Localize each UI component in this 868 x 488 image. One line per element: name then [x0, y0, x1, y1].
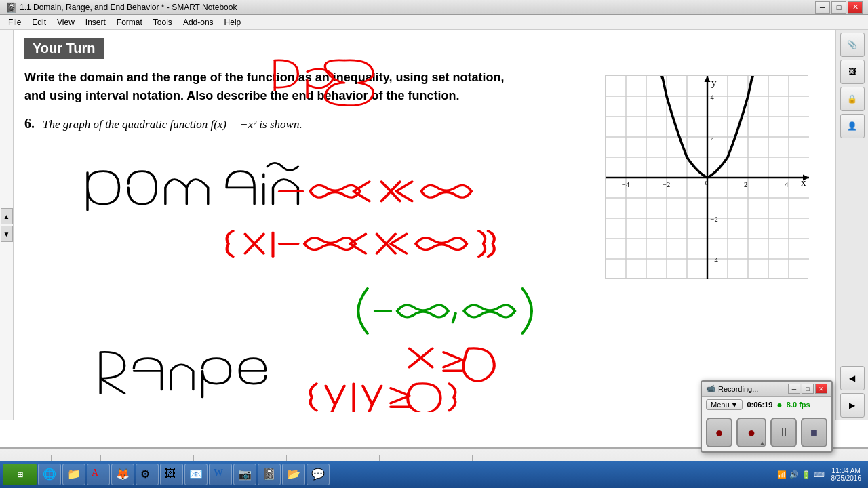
coordinate-graph: x y 4 2 −2 −4 −4 −2 2 4 0: [606, 76, 809, 279]
panel-btn-collapse[interactable]: ▶: [840, 393, 865, 418]
recording-controls-bar: Menu ▼ 0:06:19 ● 8.0 fps: [702, 396, 831, 413]
svg-text:−4: −4: [711, 256, 719, 264]
taskbar-skype[interactable]: 💬: [307, 464, 330, 485]
svg-text:2: 2: [744, 181, 747, 188]
menu-bar: File Edit View Insert Format Tools Add-o…: [0, 15, 868, 30]
record-button-with-arrow[interactable]: ● ▲: [736, 418, 766, 447]
gallery-icon: 🖼: [165, 468, 178, 481]
recording-title: Recording...: [718, 385, 758, 393]
recording-panel: 📹 Recording... ─ □ ✕ Menu ▼ 0:06:19 ● 8.…: [701, 380, 833, 453]
taskbar-gallery[interactable]: 🖼: [160, 464, 183, 485]
recording-fps: 8.0 fps: [787, 401, 810, 409]
maximize-button[interactable]: □: [831, 1, 846, 14]
taskbar: ⊞ 🌐 📁 A 🦊 ⚙ 🖼 📧 W 📷 📓 📂 💬 📶 🔊 🔋 ⌨: [0, 461, 868, 488]
start-button[interactable]: ⊞: [3, 464, 37, 485]
title-bar-left: 📓 1.1 Domain, Range, and End Behavior * …: [5, 2, 237, 13]
network-icon: 📶: [777, 470, 787, 479]
ie-icon: 🌐: [43, 468, 56, 481]
minimize-button[interactable]: ─: [815, 1, 830, 14]
clock-time: 11:34 AM: [832, 467, 861, 474]
clock-date: 8/25/2016: [831, 474, 862, 482]
battery-icon: 🔋: [802, 470, 811, 479]
svg-text:y: y: [711, 77, 717, 88]
window-controls[interactable]: ─ □ ✕: [815, 1, 863, 14]
word-icon: W: [214, 468, 227, 481]
chrome-icon: ⚙: [140, 468, 154, 481]
content-area: Your Turn Write the domain and the range…: [24, 38, 822, 412]
recording-icon: 📹: [706, 384, 715, 393]
svg-text:4: 4: [785, 181, 789, 188]
taskbar-acrobat[interactable]: A: [87, 464, 110, 485]
outlook-icon: 📧: [189, 468, 203, 481]
panel-btn-4[interactable]: 👤: [840, 114, 865, 138]
app-icon: 📓: [5, 2, 17, 13]
notebook-icon: 📓: [262, 468, 276, 481]
recording-menu-btn[interactable]: Menu ▼: [706, 399, 743, 410]
skype-icon: 💬: [311, 468, 325, 481]
svg-text:0: 0: [705, 180, 708, 186]
taskbar-right: 📶 🔊 🔋 ⌨ 11:34 AM 8/25/2016: [777, 467, 866, 482]
problem-text: The graph of the quadratic function f(x)…: [43, 118, 302, 131]
taskbar-chrome[interactable]: ⚙: [136, 464, 159, 485]
input-icon: ⌨: [814, 470, 825, 479]
menu-format[interactable]: Format: [111, 16, 148, 28]
prev-page-arrow[interactable]: ▲: [1, 208, 13, 224]
explorer-icon: 📁: [67, 468, 81, 481]
menu-insert[interactable]: Insert: [80, 16, 111, 28]
menu-edit[interactable]: Edit: [26, 16, 52, 28]
menu-help[interactable]: Help: [219, 16, 247, 28]
record-button[interactable]: ●: [706, 418, 732, 447]
menu-dropdown-icon: ▼: [731, 401, 738, 409]
menu-file[interactable]: File: [3, 16, 26, 28]
rec-minimize[interactable]: ─: [788, 384, 800, 394]
pause-button[interactable]: ⏸: [770, 418, 797, 447]
svg-text:−2: −2: [711, 216, 718, 223]
camera-taskbar-icon: 📷: [238, 468, 252, 481]
svg-text:x: x: [801, 177, 806, 188]
your-turn-banner: Your Turn: [24, 38, 104, 59]
recording-dot: ●: [776, 399, 782, 410]
volume-icon: 🔊: [789, 470, 799, 479]
taskbar-outlook[interactable]: 📧: [184, 464, 208, 485]
panel-btn-3[interactable]: 🔒: [840, 87, 865, 111]
recording-title-bar: 📹 Recording... ─ □ ✕: [702, 382, 831, 396]
panel-btn-2[interactable]: 🖼: [840, 60, 865, 84]
window-title: 1.1 Domain, Range, and End Behavior * - …: [20, 3, 237, 12]
stop-button[interactable]: ■: [801, 418, 827, 447]
svg-marker-21: [705, 76, 711, 82]
clock: 11:34 AM 8/25/2016: [827, 467, 866, 482]
menu-view[interactable]: View: [52, 16, 80, 28]
taskbar-ie[interactable]: 🌐: [38, 464, 61, 485]
svg-text:−2: −2: [663, 181, 670, 188]
right-panel: 📎 🖼 🔒 👤 ◀ ▶: [835, 30, 868, 420]
firefox-icon: 🦊: [116, 468, 130, 481]
panel-btn-5[interactable]: ◀: [840, 366, 865, 390]
close-button[interactable]: ✕: [848, 1, 863, 14]
problem-number: 6.: [24, 116, 35, 131]
graph-container: x y 4 2 −2 −4 −4 −2 2 4 0: [605, 75, 808, 279]
rec-close[interactable]: ✕: [815, 384, 827, 394]
menu-tools[interactable]: Tools: [148, 16, 178, 28]
recording-time: 0:06:19: [747, 401, 772, 409]
taskbar-firefox[interactable]: 🦊: [111, 464, 134, 485]
menu-label: Menu: [711, 401, 730, 409]
taskbar-notebook[interactable]: 📓: [258, 464, 281, 485]
next-page-arrow[interactable]: ▼: [1, 226, 13, 242]
recording-title-left: 📹 Recording...: [706, 384, 758, 393]
taskbar-folder2[interactable]: 📂: [282, 464, 305, 485]
taskbar-word[interactable]: W: [209, 464, 232, 485]
svg-text:2: 2: [711, 134, 714, 142]
svg-text:−4: −4: [622, 181, 630, 188]
taskbar-camera[interactable]: 📷: [233, 464, 256, 485]
title-bar: 📓 1.1 Domain, Range, and End Behavior * …: [0, 0, 868, 15]
acrobat-icon: A: [92, 468, 105, 481]
rec-maximize[interactable]: □: [802, 384, 814, 394]
panel-btn-1[interactable]: 📎: [840, 33, 865, 57]
svg-text:4: 4: [711, 94, 715, 101]
folder2-icon: 📂: [287, 468, 300, 481]
menu-addons[interactable]: Add-ons: [178, 16, 219, 28]
taskbar-explorer[interactable]: 📁: [62, 464, 85, 485]
recording-buttons: ● ● ▲ ⏸ ■: [702, 413, 831, 451]
